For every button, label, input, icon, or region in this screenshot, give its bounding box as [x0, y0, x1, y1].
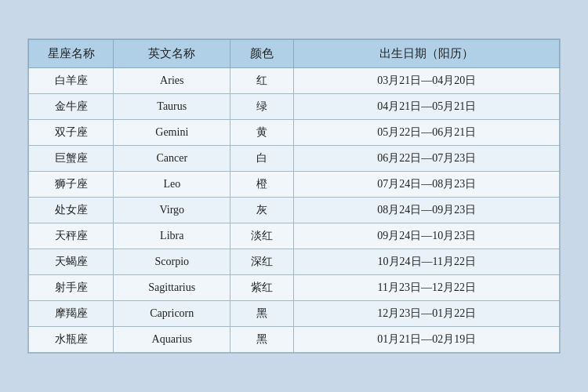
- header-color: 颜色: [230, 40, 294, 68]
- zodiac-table-container: 星座名称 英文名称 颜色 出生日期（阳历） 白羊座Aries红03月21日—04…: [27, 38, 561, 354]
- table-row: 金牛座Taurus绿04月21日—05月21日: [29, 94, 560, 120]
- cell-english: Aquarius: [114, 327, 230, 353]
- cell-color: 橙: [230, 172, 294, 198]
- cell-color: 淡红: [230, 223, 294, 249]
- cell-date: 03月21日—04月20日: [294, 68, 560, 94]
- table-header-row: 星座名称 英文名称 颜色 出生日期（阳历）: [29, 40, 560, 68]
- cell-english: Scorpio: [114, 249, 230, 275]
- table-row: 摩羯座Capricorn黑12月23日—01月22日: [29, 301, 560, 327]
- table-row: 白羊座Aries红03月21日—04月20日: [29, 68, 560, 94]
- cell-date: 06月22日—07月23日: [294, 146, 560, 172]
- cell-color: 灰: [230, 198, 294, 223]
- cell-date: 12月23日—01月22日: [294, 301, 560, 327]
- zodiac-table: 星座名称 英文名称 颜色 出生日期（阳历） 白羊座Aries红03月21日—04…: [28, 39, 560, 353]
- table-row: 巨蟹座Cancer白06月22日—07月23日: [29, 146, 560, 172]
- cell-date: 10月24日—11月22日: [294, 249, 560, 275]
- cell-date: 01月21日—02月19日: [294, 327, 560, 353]
- cell-color: 深红: [230, 249, 294, 275]
- cell-english: Cancer: [114, 146, 230, 172]
- cell-color: 紫红: [230, 275, 294, 301]
- table-row: 双子座Gemini黄05月22日—06月21日: [29, 120, 560, 146]
- cell-chinese: 白羊座: [29, 68, 114, 94]
- table-row: 天秤座Libra淡红09月24日—10月23日: [29, 223, 560, 249]
- cell-english: Taurus: [114, 94, 230, 120]
- table-row: 天蝎座Scorpio深红10月24日—11月22日: [29, 249, 560, 275]
- header-english: 英文名称: [114, 40, 230, 68]
- cell-date: 11月23日—12月22日: [294, 275, 560, 301]
- cell-date: 08月24日—09月23日: [294, 198, 560, 223]
- table-row: 处女座Virgo灰08月24日—09月23日: [29, 198, 560, 223]
- table-row: 狮子座Leo橙07月24日—08月23日: [29, 172, 560, 198]
- cell-chinese: 摩羯座: [29, 301, 114, 327]
- header-chinese: 星座名称: [29, 40, 114, 68]
- cell-date: 05月22日—06月21日: [294, 120, 560, 146]
- cell-english: Libra: [114, 223, 230, 249]
- cell-color: 红: [230, 68, 294, 94]
- cell-chinese: 双子座: [29, 120, 114, 146]
- cell-english: Leo: [114, 172, 230, 198]
- cell-english: Gemini: [114, 120, 230, 146]
- cell-color: 绿: [230, 94, 294, 120]
- cell-chinese: 处女座: [29, 198, 114, 223]
- cell-chinese: 天秤座: [29, 223, 114, 249]
- cell-chinese: 狮子座: [29, 172, 114, 198]
- cell-color: 黑: [230, 301, 294, 327]
- cell-chinese: 金牛座: [29, 94, 114, 120]
- cell-color: 黑: [230, 327, 294, 353]
- cell-color: 黄: [230, 120, 294, 146]
- cell-chinese: 水瓶座: [29, 327, 114, 353]
- table-row: 射手座Sagittarius紫红11月23日—12月22日: [29, 275, 560, 301]
- cell-date: 07月24日—08月23日: [294, 172, 560, 198]
- cell-chinese: 巨蟹座: [29, 146, 114, 172]
- cell-english: Capricorn: [114, 301, 230, 327]
- cell-english: Aries: [114, 68, 230, 94]
- cell-color: 白: [230, 146, 294, 172]
- header-date: 出生日期（阳历）: [294, 40, 560, 68]
- cell-chinese: 射手座: [29, 275, 114, 301]
- cell-date: 09月24日—10月23日: [294, 223, 560, 249]
- cell-chinese: 天蝎座: [29, 249, 114, 275]
- cell-date: 04月21日—05月21日: [294, 94, 560, 120]
- cell-english: Virgo: [114, 198, 230, 223]
- cell-english: Sagittarius: [114, 275, 230, 301]
- table-row: 水瓶座Aquarius黑01月21日—02月19日: [29, 327, 560, 353]
